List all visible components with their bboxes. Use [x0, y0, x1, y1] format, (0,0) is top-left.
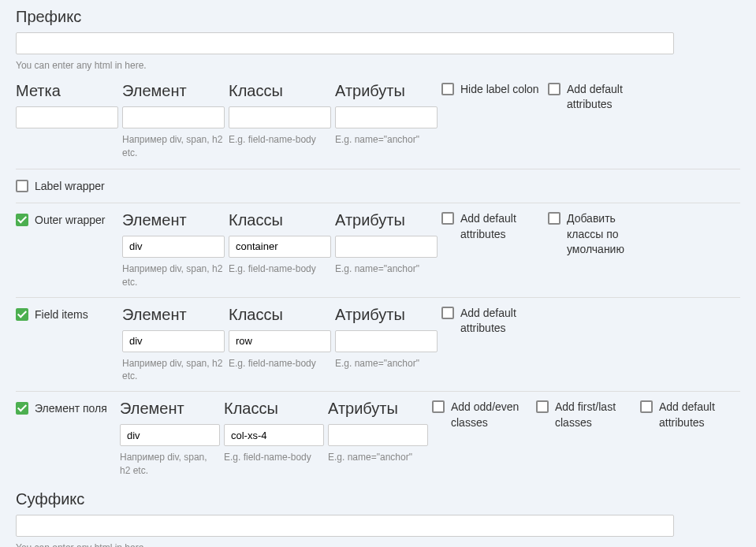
- main-element-hint: Например div, span, h2 etc.: [122, 133, 225, 160]
- suffix-label: Суффикс: [16, 490, 740, 508]
- fielditems-add-default-attrs-text: Add default attributes: [460, 306, 544, 337]
- main-classes-label: Классы: [229, 82, 331, 100]
- fielditems-attrs-input[interactable]: [335, 330, 438, 352]
- hide-label-colon-text: Hide label colon: [460, 82, 539, 98]
- label-wrapper-checkbox[interactable]: Label wrapper: [16, 179, 118, 195]
- element-polya-text: Элемент поля: [35, 401, 107, 417]
- main-add-default-attrs-checkbox[interactable]: Add default attributes: [548, 82, 650, 113]
- fielditems-classes-label: Классы: [229, 306, 331, 324]
- fielditems-attrs-hint: E.g. name="anchor": [335, 357, 438, 370]
- ep-attrs-input[interactable]: [328, 424, 428, 446]
- main-attrs-label: Атрибуты: [335, 82, 438, 100]
- ep-element-hint: Например div, span, h2 etc.: [120, 451, 220, 478]
- outer-wrapper-text: Outer wrapper: [35, 213, 105, 229]
- ep-attrs-hint: E.g. name="anchor": [328, 451, 428, 464]
- ep-element-input[interactable]: [120, 424, 220, 446]
- ep-classes-hint: E.g. field-name-body: [224, 451, 324, 464]
- field-items-checkbox[interactable]: Field items: [16, 307, 118, 323]
- main-attrs-input[interactable]: [335, 106, 438, 128]
- metka-input[interactable]: [16, 106, 118, 128]
- metka-label: Метка: [16, 82, 118, 100]
- ep-attrs-label: Атрибуты: [328, 400, 428, 418]
- outer-add-default-attrs-checkbox[interactable]: Add default attributes: [441, 211, 544, 242]
- ep-add-default-attrs-checkbox[interactable]: Add default attributes: [640, 400, 740, 430]
- prefix-input[interactable]: [16, 32, 674, 54]
- ep-add-firstlast-checkbox[interactable]: Add first/last classes: [536, 400, 636, 430]
- main-element-label: Элемент: [122, 82, 225, 100]
- ep-add-oddeven-text: Add odd/even classes: [451, 400, 532, 430]
- suffix-hint: You can enter any html in here.: [16, 541, 740, 547]
- fielditems-classes-input[interactable]: [229, 330, 331, 352]
- suffix-input[interactable]: [16, 515, 674, 537]
- hide-label-colon-checkbox[interactable]: Hide label colon: [441, 82, 544, 98]
- fielditems-element-input[interactable]: [122, 330, 225, 352]
- label-wrapper-text: Label wrapper: [35, 179, 105, 195]
- fielditems-element-hint: Например div, span, h2 etc.: [122, 357, 225, 384]
- outer-element-label: Элемент: [122, 211, 225, 229]
- fielditems-element-label: Элемент: [122, 306, 225, 324]
- ep-add-firstlast-text: Add first/last classes: [555, 400, 636, 430]
- main-attrs-hint: E.g. name="anchor": [335, 133, 438, 147]
- fielditems-attrs-label: Атрибуты: [335, 306, 438, 324]
- field-items-text: Field items: [35, 307, 88, 323]
- ep-add-default-attrs-text: Add default attributes: [659, 400, 740, 430]
- outer-attrs-hint: E.g. name="anchor": [335, 262, 438, 276]
- ep-element-label: Элемент: [120, 400, 220, 418]
- outer-attrs-input[interactable]: [335, 236, 438, 258]
- main-element-input[interactable]: [122, 106, 225, 128]
- ep-add-oddeven-checkbox[interactable]: Add odd/even classes: [432, 400, 532, 430]
- prefix-hint: You can enter any html in here.: [16, 59, 740, 73]
- outer-classes-label: Классы: [229, 211, 331, 229]
- outer-classes-hint: E.g. field-name-body: [229, 262, 331, 276]
- outer-attrs-label: Атрибуты: [335, 211, 438, 229]
- outer-element-hint: Например div, span, h2 etc.: [122, 262, 225, 289]
- outer-add-default-classes-checkbox[interactable]: Добавить классы по умолчанию: [548, 211, 650, 258]
- element-polya-checkbox[interactable]: Элемент поля: [16, 401, 116, 417]
- outer-classes-input[interactable]: [229, 236, 331, 258]
- outer-element-input[interactable]: [122, 236, 225, 258]
- main-add-default-attrs-text: Add default attributes: [567, 82, 650, 113]
- ep-classes-label: Классы: [224, 400, 324, 418]
- fielditems-classes-hint: E.g. field-name-body: [229, 357, 331, 370]
- outer-wrapper-checkbox[interactable]: Outer wrapper: [16, 213, 118, 229]
- main-classes-input[interactable]: [229, 106, 331, 128]
- fielditems-add-default-attrs-checkbox[interactable]: Add default attributes: [441, 306, 544, 337]
- outer-add-default-attrs-text: Add default attributes: [460, 211, 544, 242]
- prefix-label: Префикс: [16, 8, 740, 26]
- outer-add-default-classes-text: Добавить классы по умолчанию: [567, 211, 650, 258]
- ep-classes-input[interactable]: [224, 424, 324, 446]
- main-classes-hint: E.g. field-name-body: [229, 133, 331, 147]
